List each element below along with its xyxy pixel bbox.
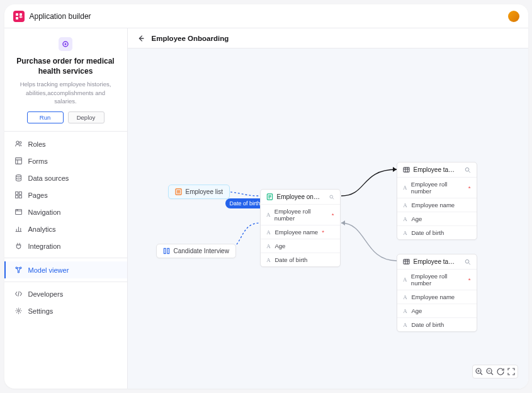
node-employee-onboard[interactable]: Employee onboard... AEmployee roll numbe… [260, 189, 341, 267]
layout-icon [14, 157, 23, 165]
sidebar-item-modelviewer[interactable]: Model viewer [4, 261, 127, 278]
field-label: Employee name [275, 229, 319, 236]
text-field-icon: A [403, 231, 408, 236]
sidebar-item-datasources[interactable]: Data sources [4, 169, 127, 186]
svg-line-36 [332, 198, 334, 199]
user-avatar[interactable] [508, 11, 519, 22]
fullscreen-button[interactable] [507, 367, 516, 376]
node-title: Employee tabl... [414, 258, 457, 265]
sidebar-item-label: Data sources [28, 174, 69, 182]
zoom-out-button[interactable] [485, 367, 494, 376]
field-row[interactable]: AEmployee roll number * [261, 204, 340, 225]
field-label: Date of birth [412, 229, 444, 236]
sidebar-item-label: Roles [28, 140, 46, 148]
node-label: Candidate Interview [174, 248, 229, 254]
node-employee-table-1[interactable]: Employee tabl... AEmployee roll number *… [397, 162, 477, 240]
field-row[interactable]: AEmployee roll number * [397, 269, 477, 290]
sidebar-item-label: Model viewer [28, 266, 69, 274]
field-label: Employee name [412, 202, 455, 208]
refresh-button[interactable] [496, 367, 505, 376]
sidebar-item-label: Developers [28, 290, 64, 298]
required-indicator: * [468, 276, 471, 283]
field-row[interactable]: AEmployee roll number * [397, 177, 477, 198]
field-row[interactable]: AAge [397, 304, 477, 317]
field-row[interactable]: AAge [397, 212, 477, 225]
main: Employee Onboarding Employee list [128, 28, 528, 389]
field-row[interactable]: ADate of birth [397, 225, 477, 239]
database-icon [14, 174, 23, 182]
node-employee-list[interactable]: Employee list [168, 185, 230, 199]
node-header: Employee tabl... [397, 254, 477, 269]
app-logo-icon [13, 11, 25, 22]
search-icon[interactable] [465, 167, 471, 173]
text-field-icon: A [266, 258, 271, 263]
sidebar-item-pages[interactable]: Pages [4, 186, 127, 203]
field-label: Age [275, 242, 286, 249]
sidebar-item-label: Integration [28, 242, 61, 250]
field-label: Employee roll number [411, 181, 465, 195]
node-candidate-interview[interactable]: Candidate Interview [156, 244, 236, 258]
sidebar-item-roles[interactable]: Roles [4, 135, 127, 152]
plug-icon [14, 242, 23, 250]
run-button[interactable]: Run [27, 111, 64, 123]
list-icon [175, 188, 182, 195]
deploy-button[interactable]: Deploy [68, 111, 105, 123]
text-field-icon: A [403, 295, 408, 300]
model-icon [14, 266, 23, 274]
field-label: Employee name [412, 293, 455, 300]
grid-icon [14, 191, 23, 199]
connector-badge: Date of birth [225, 198, 265, 208]
sidebar-item-label: Analytics [28, 225, 56, 233]
sidebar-item-integration[interactable]: Integration [4, 237, 127, 254]
svg-line-50 [480, 373, 482, 375]
search-icon[interactable] [329, 194, 334, 200]
field-label: Employee roll number [274, 208, 328, 222]
app-title: Application builder [30, 12, 91, 21]
field-row[interactable]: AEmployee name * [261, 225, 340, 239]
search-icon[interactable] [465, 259, 471, 265]
canvas[interactable]: Employee list Candidate Interview Date o… [128, 48, 528, 389]
nav-separator [4, 282, 127, 282]
svg-point-21 [17, 310, 19, 312]
svg-point-6 [19, 142, 21, 144]
text-field-icon: A [403, 203, 408, 208]
app-card-desc: Helps tracking employee histories, abili… [14, 80, 117, 105]
sidebar-item-label: Pages [28, 191, 48, 199]
svg-rect-43 [403, 259, 409, 264]
text-field-icon: A [403, 217, 408, 222]
svg-point-20 [18, 271, 19, 273]
field-label: Employee roll number [411, 273, 465, 287]
svg-rect-13 [15, 196, 18, 198]
zoom-in-button[interactable] [475, 367, 484, 376]
sidebar-item-settings[interactable]: Settings [4, 302, 127, 319]
svg-rect-0 [16, 13, 18, 16]
text-field-icon: A [403, 309, 408, 314]
field-row[interactable]: ADate of birth [397, 317, 477, 331]
node-header: Employee onboard... [261, 190, 340, 204]
sidebar-item-developers[interactable]: Developers [4, 285, 127, 302]
svg-point-47 [465, 259, 469, 263]
code-icon [14, 290, 23, 298]
titlebar: Application builder [4, 4, 528, 28]
field-label: Date of birth [275, 256, 308, 263]
text-field-icon: A [403, 322, 408, 328]
back-arrow-icon[interactable] [137, 34, 145, 43]
sidebar-item-navigation[interactable]: Navigation [4, 203, 127, 220]
svg-rect-15 [15, 210, 21, 215]
node-employee-table-2[interactable]: Employee tabl... AEmployee roll number *… [397, 254, 477, 332]
svg-marker-24 [341, 220, 345, 225]
sidebar-item-label: Forms [28, 157, 48, 165]
node-title: Employee tabl... [414, 166, 457, 173]
sidebar-item-analytics[interactable]: Analytics [4, 220, 127, 237]
field-row[interactable]: AAge [261, 239, 340, 253]
field-row[interactable]: ADate of birth [261, 253, 340, 266]
required-indicator: * [332, 212, 334, 219]
gear-icon [14, 307, 23, 315]
field-row[interactable]: AEmployee name [397, 198, 477, 212]
sidebar-item-label: Navigation [28, 208, 61, 216]
users-icon [14, 140, 23, 148]
text-field-icon: A [266, 244, 271, 249]
field-row[interactable]: AEmployee name [397, 290, 477, 304]
sidebar-item-forms[interactable]: Forms [4, 152, 127, 169]
text-field-icon: A [266, 230, 271, 235]
